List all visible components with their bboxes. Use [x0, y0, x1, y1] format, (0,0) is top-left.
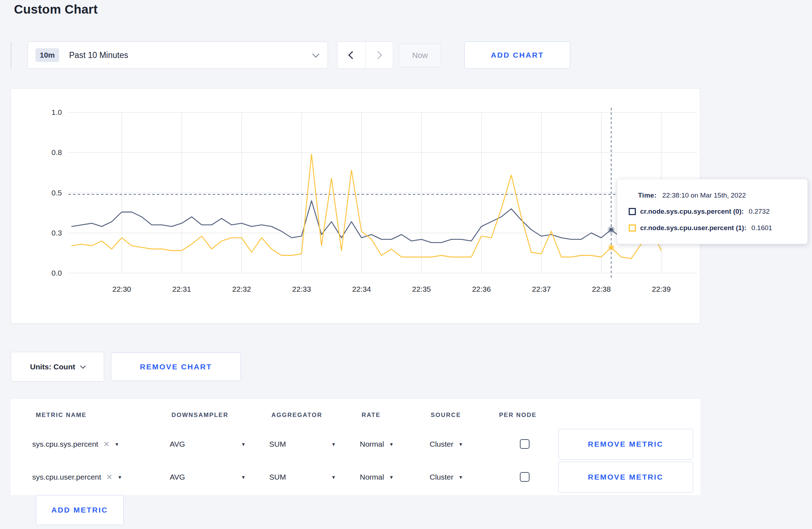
per-node-checkbox[interactable]	[520, 439, 530, 449]
chevron-left-icon	[348, 51, 357, 59]
svg-text:22:30: 22:30	[112, 285, 131, 293]
now-button[interactable]: Now	[399, 44, 441, 67]
rate-dropdown[interactable]: Normal ▼	[360, 429, 394, 460]
metric-name-dropdown[interactable]: sys.cpu.sys.percent ✕ ▼	[32, 429, 119, 460]
downsampler-value: AVG	[170, 473, 185, 481]
svg-text:0.5: 0.5	[52, 189, 62, 197]
time-window-badge: 10m	[35, 48, 59, 62]
downsampler-value: AVG	[170, 440, 185, 448]
add-chart-button[interactable]: ADD CHART	[464, 42, 570, 69]
chevron-down-icon	[312, 50, 319, 58]
time-window-label: Past 10 Minutes	[69, 50, 128, 60]
svg-text:22:39: 22:39	[652, 285, 671, 293]
svg-text:22:34: 22:34	[352, 285, 371, 293]
caret-down-icon: ▼	[241, 442, 246, 447]
metric-name-value: sys.cpu.sys.percent	[32, 440, 98, 448]
metrics-table: METRIC NAME DOWNSAMPLER AGGREGATOR RATE …	[11, 399, 700, 495]
metric-name-dropdown[interactable]: sys.cpu.user.percent ✕ ▼	[32, 462, 122, 492]
svg-text:22:36: 22:36	[472, 285, 491, 293]
table-row: sys.cpu.sys.percent ✕ ▼ AVG ▼ SUM ▼ Norm…	[11, 429, 700, 460]
svg-text:22:38: 22:38	[592, 285, 611, 293]
toolbar-divider	[11, 42, 11, 69]
tooltip-metric-name: cr.node.sys.cpu.sys.percent (0):	[640, 208, 744, 215]
add-metric-label: ADD METRIC	[52, 506, 108, 514]
source-dropdown[interactable]: Cluster ▼	[430, 462, 463, 492]
chart-tooltip: Time: 22:38:10 on Mar 15th, 2022 cr.node…	[617, 179, 808, 244]
rate-value: Normal	[360, 440, 384, 448]
chart-card: 1.00.80.50.30.022:3022:3122:3222:3322:34…	[11, 88, 700, 324]
rate-value: Normal	[360, 473, 384, 481]
col-header-aggregator: AGGREGATOR	[271, 412, 322, 419]
time-pager	[337, 42, 393, 69]
next-range-button[interactable]	[365, 42, 393, 68]
remove-chart-button[interactable]: REMOVE CHART	[111, 353, 241, 381]
metric-name-value: sys.cpu.user.percent	[32, 473, 101, 481]
aggregator-dropdown[interactable]: SUM ▼	[269, 429, 336, 460]
chevron-right-icon	[374, 51, 382, 59]
caret-down-icon: ▼	[389, 475, 394, 480]
downsampler-dropdown[interactable]: AVG ▼	[170, 429, 246, 460]
col-header-rate: RATE	[362, 412, 381, 419]
series-swatch-user	[629, 224, 636, 232]
tooltip-metric-name: cr.node.sys.cpu.user.percent (1):	[640, 224, 746, 232]
tooltip-metric-value: 0.2732	[749, 208, 769, 215]
caret-down-icon: ▼	[459, 475, 463, 480]
svg-text:0.0: 0.0	[52, 269, 62, 277]
aggregator-value: SUM	[269, 440, 286, 448]
caret-down-icon: ▼	[389, 442, 394, 447]
svg-text:22:37: 22:37	[532, 285, 551, 293]
clear-metric-icon[interactable]: ✕	[103, 440, 110, 448]
caret-down-icon: ▼	[331, 442, 336, 447]
caret-down-icon: ▼	[117, 475, 122, 480]
add-metric-button[interactable]: ADD METRIC	[36, 495, 124, 525]
svg-text:0.8: 0.8	[52, 148, 62, 156]
svg-text:22:33: 22:33	[292, 285, 311, 293]
svg-text:22:32: 22:32	[232, 285, 251, 293]
units-dropdown[interactable]: Units: Count	[11, 352, 104, 382]
caret-down-icon: ▼	[241, 475, 246, 480]
col-header-downsampler: DOWNSAMPLER	[171, 412, 228, 419]
tooltip-time-value: 22:38:10 on Mar 15th, 2022	[662, 191, 746, 199]
col-header-metric-name: METRIC NAME	[36, 412, 87, 419]
time-window-dropdown[interactable]: 10m Past 10 Minutes	[28, 42, 328, 69]
tooltip-time-label: Time:	[638, 191, 657, 199]
tooltip-series-row: cr.node.sys.cpu.user.percent (1): 0.1601	[629, 224, 799, 232]
caret-down-icon: ▼	[331, 475, 336, 480]
svg-text:22:35: 22:35	[412, 285, 431, 293]
series-swatch-sys	[629, 208, 636, 215]
source-value: Cluster	[430, 473, 454, 481]
aggregator-value: SUM	[269, 473, 286, 481]
caret-down-icon: ▼	[115, 442, 119, 447]
source-dropdown[interactable]: Cluster ▼	[430, 429, 463, 460]
remove-metric-label: REMOVE METRIC	[588, 473, 663, 481]
tooltip-series-row: cr.node.sys.cpu.sys.percent (0): 0.2732	[629, 208, 799, 215]
downsampler-dropdown[interactable]: AVG ▼	[170, 462, 246, 492]
aggregator-dropdown[interactable]: SUM ▼	[269, 462, 336, 492]
table-row: sys.cpu.user.percent ✕ ▼ AVG ▼ SUM ▼ Nor…	[11, 462, 700, 492]
prev-range-button[interactable]	[338, 42, 365, 68]
col-header-source: SOURCE	[431, 412, 461, 419]
svg-text:1.0: 1.0	[52, 108, 62, 116]
remove-metric-label: REMOVE METRIC	[588, 440, 663, 448]
tooltip-time-row: Time: 22:38:10 on Mar 15th, 2022	[629, 191, 799, 199]
remove-metric-button[interactable]: REMOVE METRIC	[558, 462, 693, 492]
remove-metric-button[interactable]: REMOVE METRIC	[558, 429, 693, 460]
svg-text:0.3: 0.3	[52, 229, 62, 237]
units-label: Units: Count	[30, 363, 75, 371]
timeseries-chart[interactable]: 1.00.80.50.30.022:3022:3122:3222:3322:34…	[11, 89, 701, 324]
clear-metric-icon[interactable]: ✕	[106, 473, 113, 481]
tooltip-metric-value: 0.1601	[751, 224, 772, 232]
rate-dropdown[interactable]: Normal ▼	[360, 462, 394, 492]
source-value: Cluster	[430, 440, 454, 448]
page-title: Custom Chart	[14, 2, 98, 16]
svg-text:22:31: 22:31	[172, 285, 191, 293]
col-header-per-node: PER NODE	[499, 412, 537, 419]
chevron-down-icon	[80, 363, 86, 369]
per-node-checkbox[interactable]	[520, 472, 530, 482]
caret-down-icon: ▼	[459, 442, 463, 447]
remove-chart-label: REMOVE CHART	[140, 363, 212, 371]
now-button-label: Now	[412, 51, 428, 60]
add-chart-label: ADD CHART	[491, 51, 544, 59]
